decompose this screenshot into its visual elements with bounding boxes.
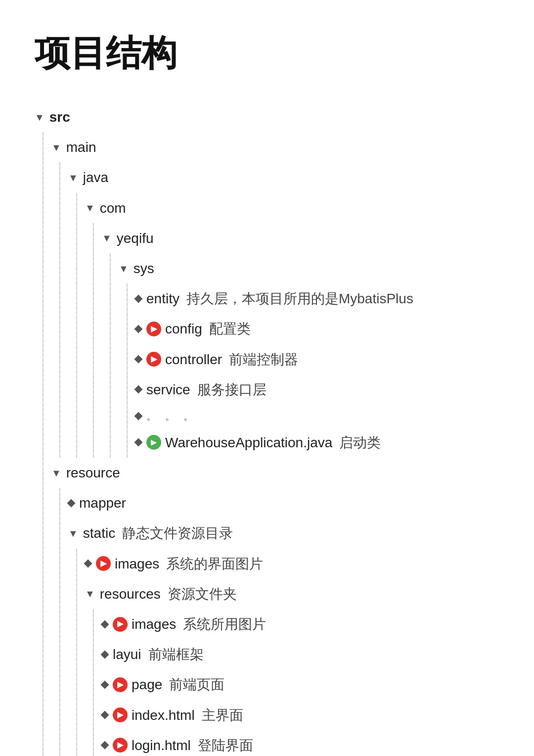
red-folder-icon: ▶ (96, 556, 111, 571)
list-item: layui 前端框架 (102, 639, 499, 669)
item-comment: 启动类 (339, 429, 381, 456)
sys-children-container: entity 持久层，本项目所用的是MybatisPlus (119, 284, 499, 458)
bullet-icon (134, 355, 143, 364)
list-item: mapper (68, 488, 499, 518)
src-children-container: ▼ main ▼ java (35, 132, 499, 756)
tree-node-src: ▼ src ▼ main (35, 102, 499, 756)
bullet-icon (134, 438, 143, 447)
label-sys: sys (134, 255, 154, 282)
tree-row-static: ▼ static 静态文件资源目录 (68, 518, 499, 548)
vline-resources (93, 609, 94, 756)
src-children: ▼ main ▼ java (51, 132, 499, 756)
yeqifu-children-container: ▼ sys (102, 253, 499, 458)
arrow-icon-sys: ▼ (119, 259, 129, 278)
tree-node-java: ▼ java ▼ (68, 162, 499, 458)
bullet-icon (101, 741, 109, 750)
java-children: ▼ com (85, 193, 499, 458)
vline-sys (127, 284, 128, 458)
red-folder-icon: ▶ (113, 708, 128, 722)
resources-children: ▶ images 系统所用图片 (102, 609, 499, 756)
arrow-icon-static: ▼ (68, 524, 78, 543)
comment-resources: 资源文件夹 (168, 581, 237, 607)
list-item: ▶ config 配置类 (135, 314, 499, 344)
bullet-icon (134, 385, 143, 394)
red-folder-icon: ▶ (146, 352, 161, 367)
label-com: com (100, 195, 126, 221)
item-name: config (165, 316, 202, 342)
item-comment: 前端页面 (169, 671, 224, 698)
static-children-container: ▶ images 系统的界面图片 ▼ re (68, 549, 499, 756)
bullet-icon (134, 294, 143, 303)
label-java: java (83, 164, 108, 190)
item-name: images (115, 551, 159, 577)
red-folder-icon: ▶ (146, 322, 161, 336)
red-folder-icon: ▶ (113, 677, 128, 692)
label-resources: resources (100, 581, 161, 607)
tree-node-resource: ▼ resource mapper (51, 458, 499, 756)
item-name: WarehouseApplication.java (165, 429, 332, 456)
com-children: ▼ yeqifu (102, 223, 499, 458)
vline-yeqifu (110, 253, 111, 458)
item-comment: 持久层，本项目所用的是MybatisPlus (186, 285, 413, 312)
vline-src (43, 132, 44, 756)
item-comment: 系统的界面图片 (166, 551, 263, 577)
item-name: login.html (132, 732, 191, 756)
bullet-icon (101, 650, 109, 659)
list-item: service 服务接口层 (135, 375, 499, 405)
list-item: ▶ WarehouseApplication.java 启动类 (135, 427, 499, 458)
list-item: entity 持久层，本项目所用的是MybatisPlus (135, 284, 499, 314)
resources-children-container: ▶ images 系统所用图片 (85, 609, 499, 756)
item-name: page (132, 671, 162, 698)
main-children-container: ▼ java ▼ (51, 162, 499, 458)
item-name: mapper (79, 490, 126, 516)
list-item: ▶ page 前端页面 (102, 669, 499, 700)
dots-item: 。 。 。 (146, 407, 196, 425)
tree-row-yeqifu: ▼ yeqifu (102, 223, 499, 253)
sys-children: entity 持久层，本项目所用的是MybatisPlus (135, 284, 499, 458)
tree-node-com: ▼ com (85, 193, 499, 458)
label-resource: resource (66, 460, 120, 486)
static-children: ▶ images 系统的界面图片 ▼ re (85, 549, 499, 756)
list-item: ▶ index.html 主界面 (102, 700, 499, 730)
project-tree: ▼ src ▼ main (35, 102, 499, 756)
resource-children-container: mapper ▼ static 静态文件资源目录 (51, 488, 499, 756)
item-name: layui (113, 641, 141, 667)
arrow-icon-resources: ▼ (85, 584, 95, 603)
red-folder-icon: ▶ (113, 617, 128, 632)
label-static: static (83, 520, 115, 546)
tree-row-main: ▼ main (51, 132, 499, 162)
item-comment: 服务接口层 (197, 377, 267, 403)
comment-static: 静态文件资源目录 (122, 520, 233, 546)
list-item: ▶ login.html 登陆界面 (102, 730, 499, 756)
item-comment: 登陆界面 (198, 732, 253, 756)
vline-java (76, 193, 77, 458)
tree-row-src: ▼ src (35, 102, 499, 132)
page-title: 项目结构 (35, 30, 499, 77)
resource-children: mapper ▼ static 静态文件资源目录 (68, 488, 499, 756)
bullet-icon (84, 560, 92, 568)
list-item: ▶ images 系统的界面图片 (85, 549, 499, 579)
item-name: index.html (132, 702, 195, 728)
tree-node-yeqifu: ▼ yeqifu (102, 223, 499, 458)
red-folder-icon: ▶ (113, 738, 128, 753)
item-name: entity (146, 285, 179, 312)
item-name: controller (165, 346, 222, 373)
bullet-icon (101, 680, 109, 689)
label-src: src (49, 104, 70, 130)
tree-row-java: ▼ java (68, 162, 499, 192)
vline-resource (59, 488, 60, 756)
arrow-icon-yeqifu: ▼ (102, 229, 112, 247)
yeqifu-children: ▼ sys (119, 253, 499, 458)
vline-main (59, 162, 60, 458)
java-children-container: ▼ com (68, 193, 499, 458)
label-yeqifu: yeqifu (117, 225, 154, 251)
tree-row-com: ▼ com (85, 193, 499, 223)
item-comment: 系统所用图片 (183, 611, 266, 637)
tree-node-resources: ▼ resources 资源文件夹 (85, 579, 499, 756)
arrow-icon-java: ▼ (68, 168, 78, 187)
tree-node-sys: ▼ sys (119, 253, 499, 458)
arrow-icon-main: ▼ (51, 138, 61, 157)
list-item: 。 。 。 (135, 405, 499, 427)
list-item: ▶ images 系统所用图片 (102, 609, 499, 639)
tree-row-sys: ▼ sys (119, 253, 499, 284)
